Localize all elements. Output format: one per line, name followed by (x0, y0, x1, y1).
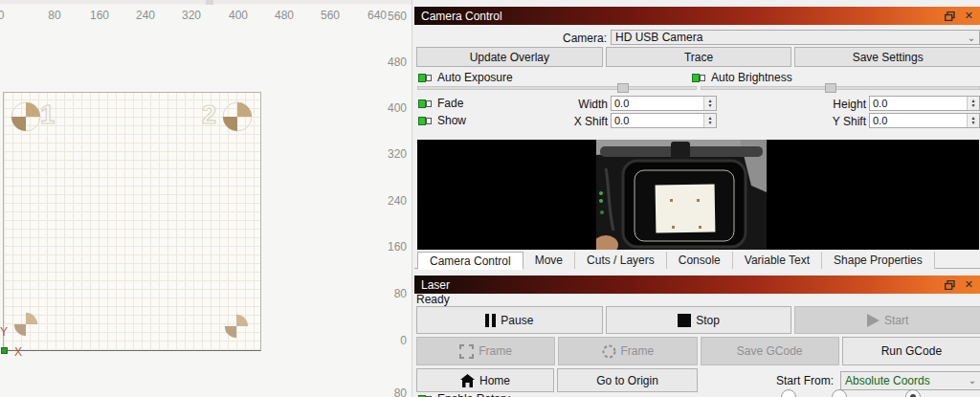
h-ruler-label: 400 (229, 9, 248, 22)
stop-icon (678, 314, 691, 327)
save-settings-button[interactable]: Save Settings (794, 47, 980, 67)
trace-label: Trace (684, 51, 713, 64)
h-ruler-label: 560 (321, 9, 340, 22)
frame-circle-label: Frame (621, 344, 655, 358)
tab-cuts-layers[interactable]: Cuts / Layers (575, 252, 667, 269)
camera-control-titlebar[interactable]: Camera Control ✕ (414, 7, 980, 25)
toggle-on-icon[interactable] (418, 74, 432, 82)
slider-track (701, 86, 980, 90)
camera-select[interactable]: HD USB Camera ⌄ (611, 30, 980, 45)
marker-number-2: 2 (202, 100, 215, 130)
v-ruler-label: 400 (388, 101, 407, 115)
v-ruler-label: 240 (388, 194, 407, 208)
frame-square-label: Frame (479, 344, 512, 358)
run-gcode-button[interactable]: Run GCode (842, 337, 980, 365)
update-overlay-button[interactable]: Update Overlay (416, 47, 603, 67)
y-axis-label: Y (0, 325, 8, 339)
close-panel-icon[interactable]: ✕ (965, 10, 973, 22)
h-ruler-label: 640 (368, 9, 387, 22)
laser-title: Laser (421, 278, 945, 292)
tab-move[interactable]: Move (523, 252, 575, 269)
rotary-radio-group (781, 389, 972, 397)
h-ruler-label: 480 (275, 9, 294, 22)
stop-button[interactable]: Stop (606, 306, 792, 334)
radio-button-selected[interactable] (905, 389, 921, 397)
marker-number-1: 1 (40, 100, 54, 130)
camera-select-value: HD USB Camera (612, 31, 964, 44)
float-panel-icon[interactable] (945, 11, 955, 21)
laser-status: Ready (416, 293, 450, 306)
yshift-spinbox[interactable]: 0.0 ▲▼ (869, 113, 980, 128)
brightness-slider[interactable] (701, 83, 980, 93)
tab-shape-properties[interactable]: Shape Properties (822, 252, 935, 269)
v-ruler-label: 560 (388, 10, 407, 23)
auto-brightness-toggle[interactable]: Auto Brightness (692, 71, 792, 84)
pause-label: Pause (501, 314, 533, 327)
workspace-canvas[interactable]: 0 80 160 240 320 400 480 560 640 560 480… (0, 0, 412, 397)
dock-panels: Camera Control ✕ Camera: HD USB Camera ⌄… (412, 0, 980, 397)
radio-button[interactable] (781, 389, 796, 397)
pause-icon (485, 314, 496, 327)
laser-titlebar[interactable]: Laser ✕ (414, 276, 980, 294)
tab-label: Move (535, 254, 563, 267)
tab-label: Camera Control (430, 254, 511, 268)
tab-camera-control[interactable]: Camera Control (417, 252, 523, 270)
spin-arrows-icon[interactable]: ▲▼ (967, 114, 979, 127)
auto-exposure-label: Auto Exposure (437, 71, 513, 84)
calibration-target-1-icon[interactable] (11, 101, 41, 132)
splitter-notch[interactable] (206, 0, 213, 5)
tab-variable-text[interactable]: Variable Text (733, 252, 822, 269)
slider-handle[interactable] (617, 83, 629, 93)
home-icon (460, 374, 475, 387)
go-to-origin-button[interactable]: Go to Origin (557, 368, 698, 392)
tab-label: Cuts / Layers (587, 254, 655, 267)
v-ruler-label: 320 (388, 147, 407, 161)
enable-rotary-label: Enable Rotary (437, 392, 510, 397)
pause-button[interactable]: Pause (416, 306, 603, 334)
frame-circle-button[interactable]: Frame (558, 337, 697, 365)
camera-control-title: Camera Control (421, 10, 945, 23)
frame-square-icon (459, 344, 474, 359)
run-gcode-label: Run GCode (881, 344, 942, 358)
panel-tabbar: Camera Control Move Cuts / Layers Consol… (414, 252, 980, 269)
start-button[interactable]: Start (794, 306, 980, 334)
save-gcode-label: Save GCode (737, 344, 803, 358)
camera-feed[interactable] (417, 140, 979, 250)
save-settings-label: Save Settings (853, 51, 924, 64)
height-spinbox[interactable]: 0.0 ▲▼ (869, 96, 980, 111)
calibration-target-3-icon[interactable] (13, 312, 38, 337)
calibration-target-2-icon[interactable] (222, 101, 253, 132)
save-gcode-button[interactable]: Save GCode (701, 337, 839, 365)
chevron-down-icon: ⌄ (965, 375, 980, 386)
trace-button[interactable]: Trace (606, 47, 792, 67)
origin-marker (1, 347, 8, 354)
h-ruler-label: 160 (90, 9, 109, 22)
toggle-on-icon[interactable] (692, 74, 705, 82)
spin-arrows-icon[interactable]: ▲▼ (967, 97, 979, 110)
camera-label: Camera: (412, 32, 607, 45)
frame-circle-icon (602, 344, 616, 359)
tab-label: Console (679, 254, 721, 267)
calibration-target-4-icon[interactable] (224, 314, 249, 339)
auto-exposure-toggle[interactable]: Auto Exposure (418, 71, 513, 84)
height-value[interactable]: 0.0 (870, 97, 967, 110)
home-button[interactable]: Home (416, 368, 554, 392)
enable-rotary-toggle[interactable]: Enable Rotary (418, 392, 510, 397)
exposure-slider[interactable] (417, 83, 697, 93)
yshift-value[interactable]: 0.0 (870, 114, 967, 127)
tab-console[interactable]: Console (667, 252, 733, 269)
radio-button[interactable] (832, 389, 847, 397)
close-panel-icon[interactable]: ✕ (965, 278, 973, 291)
start-label: Start (884, 314, 908, 327)
slider-handle[interactable] (825, 83, 836, 93)
height-label: Height (412, 98, 866, 111)
h-ruler-label: 320 (182, 9, 201, 22)
yshift-label: Y Shift (412, 115, 866, 128)
start-from-select[interactable]: Absolute Coords ⌄ (840, 371, 980, 390)
float-panel-icon[interactable] (945, 280, 955, 290)
update-overlay-label: Update Overlay (470, 51, 549, 64)
camera-photo (596, 140, 767, 250)
frame-square-button[interactable]: Frame (416, 337, 555, 365)
v-ruler-label: 160 (388, 240, 407, 254)
v-ruler-label: 80 (394, 287, 407, 300)
